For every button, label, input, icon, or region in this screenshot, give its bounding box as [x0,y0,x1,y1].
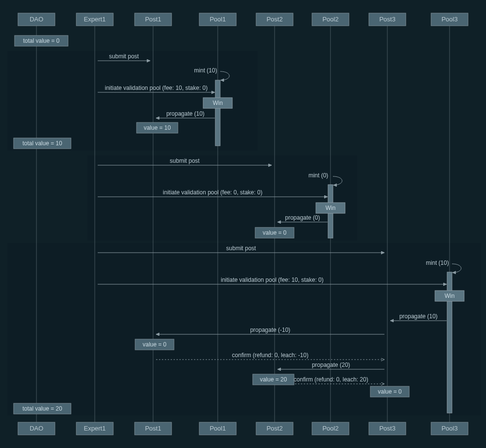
activation-0 [215,80,220,146]
actor-top-label-Pool3: Pool3 [441,16,457,23]
actor-bottom-label-Pool1: Pool1 [209,425,226,432]
message-label-m11: propagate (10) [399,313,438,320]
message-label-m15: confirm (refund: 0, leach: 20) [294,376,368,383]
message-label-m7: propagate (0) [285,214,320,221]
message-label-m12: propagate (-10) [250,327,291,333]
message-label-m13: confirm (refund: 0, leach: -10) [232,352,308,359]
message-label-m4: submit post [170,157,200,164]
actor-top-label-Pool1: Pool1 [209,16,226,23]
message-label-m14: propagate (20) [312,362,350,368]
actor-top-label-Post1: Post1 [145,16,161,23]
actor-bottom-label-Pool3: Pool3 [441,425,457,432]
message-label-m1: mint (10) [194,67,217,74]
note-label-n8: value = 20 [260,376,287,383]
message-label-m0: submit post [109,53,139,60]
message-label-m9: mint (10) [426,259,449,266]
note-label-n3: total value = 10 [22,140,62,147]
note-label-n1: Win [213,100,223,106]
actor-bottom-label-Expert1: Expert1 [84,425,106,432]
message-label-m10: initiate validation pool (fee: 10, stake… [221,276,323,283]
message-label-m3: propagate (10) [166,110,205,117]
actor-bottom-label-Pool2: Pool2 [322,425,338,432]
note-label-n10: total value = 20 [22,405,62,412]
block-2 [7,243,481,415]
note-label-n6: Win [445,293,455,299]
note-label-n5: value = 0 [262,229,286,236]
actor-top-label-Post3: Post3 [379,16,395,23]
actor-top-label-Pool2: Pool2 [322,16,338,23]
sequence-diagram: submit postmint (10)initiate validation … [0,0,486,448]
actor-bottom-label-Post2: Post2 [266,425,282,432]
actor-top-label-Expert1: Expert1 [84,16,106,23]
message-label-m5: mint (0) [309,172,329,179]
actor-bottom-label-Post1: Post1 [145,425,161,432]
note-label-n9: value = 0 [378,388,401,395]
note-label-n4: Win [326,205,336,211]
message-label-m2: initiate validation pool (fee: 10, stake… [105,85,208,91]
message-label-m6: initiate validation pool (fee: 0, stake:… [163,189,262,196]
message-label-m8: submit post [226,245,256,252]
note-label-n0: total value = 0 [23,37,59,44]
note-label-n7: value = 0 [142,341,166,348]
actor-top-label-Post2: Post2 [266,16,282,23]
actor-bottom-label-DAO: DAO [30,425,43,432]
actor-bottom-label-Post3: Post3 [379,425,395,432]
actor-top-label-DAO: DAO [30,16,43,23]
block-1 [87,155,357,241]
note-label-n2: value = 10 [144,124,171,131]
